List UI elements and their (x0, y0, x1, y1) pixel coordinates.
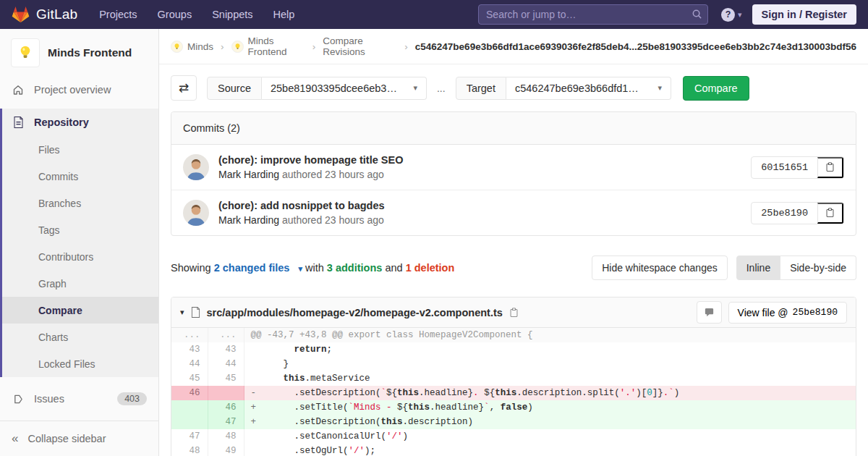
diff-line-ctx: 4343 return; (171, 342, 856, 357)
sidebar-item-issues[interactable]: Issues 403 (0, 385, 158, 413)
diff-view-controls: Hide whitespace changes Inline Side-by-s… (592, 256, 856, 280)
source-ref-value: 25be81903395dcee6eb3… (271, 83, 397, 94)
sidebar-item-files[interactable]: Files (2, 136, 158, 163)
sidebar-item-project-overview[interactable]: Project overview (0, 76, 158, 104)
code-segment: '.' (620, 388, 637, 398)
gitlab-logo[interactable]: GitLab (12, 6, 77, 23)
sidebar-item-tags[interactable]: Tags (2, 216, 158, 243)
nav-link-help[interactable]: Help (273, 9, 295, 20)
diff-line-del: 46- .setDescription(`${this.headline}. $… (171, 386, 856, 400)
breadcrumb-item-2[interactable]: Minds Frontend (231, 35, 305, 57)
brand-name: GitLab (36, 7, 77, 22)
old-line-number[interactable]: 43 (171, 342, 208, 357)
swap-arrows-icon: ⇄ (179, 80, 189, 96)
collapse-diff-caret-icon[interactable]: ▾ (180, 308, 184, 317)
code-segment: return (294, 345, 327, 355)
new-line-number[interactable]: 43 (208, 342, 244, 357)
sidebar-item-graph[interactable]: Graph (2, 270, 158, 297)
commit-author-avatar[interactable] (183, 200, 209, 226)
copy-sha-button[interactable] (817, 157, 843, 178)
commit-sha[interactable]: 25be8190 (752, 203, 817, 224)
toggle-comments-button[interactable] (697, 301, 722, 324)
code-segment: ); (365, 446, 375, 456)
help-menu[interactable]: ? ▾ (721, 8, 742, 22)
old-line-number[interactable]: 48 (171, 444, 208, 456)
new-line-number[interactable] (208, 386, 244, 400)
sidebar-project-link[interactable]: Minds Frontend (0, 29, 158, 76)
copy-sha-button[interactable] (817, 203, 843, 224)
old-line-number[interactable]: 46 (171, 386, 208, 400)
hide-whitespace-button[interactable]: Hide whitespace changes (592, 256, 728, 280)
sign-in-button[interactable]: Sign in / Register (752, 4, 856, 25)
diff-file-actions: View file @ 25be8190 (697, 301, 847, 324)
breadcrumb-item-1[interactable]: Minds (171, 41, 213, 53)
new-line-number[interactable]: 47 (208, 415, 244, 429)
inline-view-button[interactable]: Inline (736, 256, 780, 280)
old-line-number[interactable]: 44 (171, 357, 208, 371)
main-content: Minds›Minds Frontend›Compare Revisions›c… (159, 29, 868, 456)
old-line-number[interactable]: 45 (171, 371, 208, 386)
sidebar-item-label: Issues (34, 393, 64, 405)
target-ref-dropdown[interactable]: c546247be69e3b66dfd1… ▾ (506, 77, 671, 100)
sidebar-item-locked-files[interactable]: Locked Files (2, 350, 158, 377)
search-input[interactable] (478, 4, 708, 25)
nav-link-groups[interactable]: Groups (158, 9, 192, 20)
copy-file-path-icon[interactable] (509, 308, 519, 318)
diff-file-card: ▾ src/app/modules/homepage-v2/homepage-v… (171, 297, 856, 456)
sidebar-item-branches[interactable]: Branches (2, 190, 158, 216)
source-ref-dropdown[interactable]: 25be81903395dcee6eb3… ▾ (262, 77, 427, 100)
breadcrumb-separator: › (404, 41, 408, 52)
diff-file-path[interactable]: src/app/modules/homepage-v2/homepage-v2.… (207, 307, 503, 318)
new-line-number[interactable]: 48 (208, 429, 244, 444)
help-icon: ? (721, 8, 735, 22)
code-segment: ` (484, 402, 490, 413)
diff-code-line: + .setDescription(this.description) (244, 415, 856, 429)
target-ref-value: c546247be69e3b66dfd1… (515, 83, 639, 94)
search-icon[interactable] (692, 9, 702, 22)
sidebar-item-compare[interactable]: Compare (2, 297, 158, 324)
code-segment: )[ (636, 388, 647, 398)
new-line-number[interactable]: 49 (208, 444, 244, 456)
file-icon (191, 307, 200, 318)
gitlab-tanuki-icon (12, 6, 30, 23)
nav-link-snippets[interactable]: Snippets (212, 9, 252, 20)
code-segment: ${ (386, 388, 397, 398)
nav-link-projects[interactable]: Projects (99, 9, 137, 20)
old-line-number[interactable] (171, 415, 208, 429)
code-segment: @@ -43,7 +43,8 @@ export class HomepageV… (251, 330, 533, 340)
sidebar-item-commits[interactable]: Commits (2, 163, 158, 190)
commit-author-link[interactable]: Mark Harding (218, 169, 279, 180)
collapse-sidebar-button[interactable]: « Collapse sidebar (0, 421, 158, 456)
new-line-number[interactable]: ... (208, 328, 244, 342)
search-box (478, 4, 708, 25)
sidebar-item-charts[interactable]: Charts (2, 324, 158, 350)
commit-title[interactable]: (chore): add nosnippet to bagdes (218, 200, 751, 211)
commit-sha[interactable]: 60151651 (752, 157, 817, 178)
changed-files-dropdown[interactable]: 2 changed files ▾ (214, 262, 302, 274)
code-segment: this (408, 402, 430, 413)
new-line-number[interactable]: 44 (208, 357, 244, 371)
commit-sha-group: 60151651 (751, 156, 844, 179)
repository-section: Repository FilesCommitsBranchesTagsContr… (0, 109, 158, 377)
commit-author-avatar[interactable] (183, 154, 209, 180)
sidebar-item-repository[interactable]: Repository (2, 109, 158, 136)
new-line-number[interactable]: 46 (208, 400, 244, 415)
commit-author-link[interactable]: Mark Harding (218, 214, 279, 226)
side-by-side-view-button[interactable]: Side-by-side (780, 256, 856, 280)
diff-line-marker (251, 446, 262, 456)
view-file-button[interactable]: View file @ 25be8190 (728, 302, 847, 324)
new-line-number[interactable]: 45 (208, 371, 244, 386)
old-line-number[interactable]: ... (171, 328, 208, 342)
diff-line-ctx: 4444 } (171, 357, 856, 371)
diff-code-line: - .setDescription(`${this.headline}. ${t… (244, 386, 856, 400)
sidebar-item-contributors[interactable]: Contributors (2, 243, 158, 270)
old-line-number[interactable] (171, 400, 208, 415)
old-line-number[interactable]: 47 (171, 429, 208, 444)
swap-revisions-button[interactable]: ⇄ (171, 75, 197, 101)
code-segment: .metaService (305, 373, 370, 384)
breadcrumb-avatar-icon (171, 41, 183, 53)
compare-button[interactable]: Compare (683, 76, 749, 101)
breadcrumb-item-3[interactable]: Compare Revisions (323, 35, 397, 57)
breadcrumb-separator: › (312, 41, 316, 52)
commit-title[interactable]: (chore): improve homepage title SEO (218, 154, 751, 166)
